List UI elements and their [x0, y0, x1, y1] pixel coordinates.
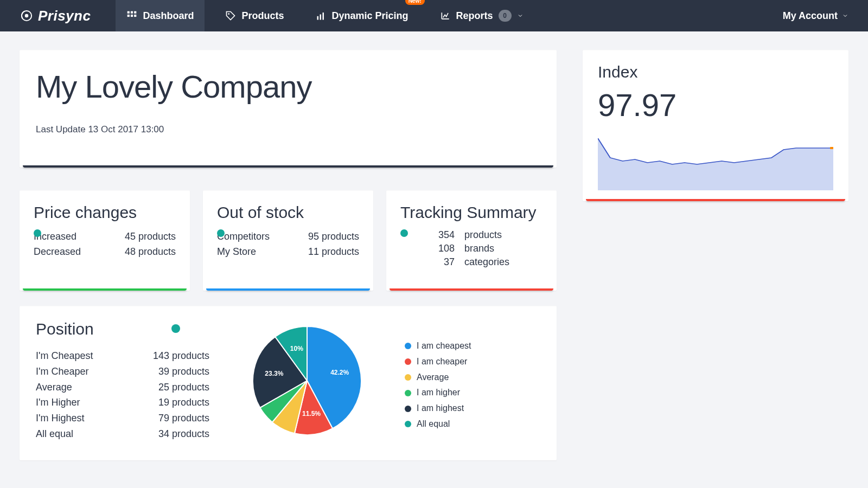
svg-point-8 — [228, 13, 230, 15]
chart-icon — [440, 10, 451, 21]
account-label: My Account — [783, 10, 838, 22]
row-label: I'm Cheaper — [36, 364, 88, 380]
status-dot-icon — [400, 229, 408, 237]
status-dot-icon — [34, 229, 41, 237]
nav-label: Reports — [456, 10, 493, 22]
legend-label: Average — [417, 370, 449, 386]
reports-count: 0 — [499, 10, 512, 22]
legend-label: I am highest — [417, 401, 464, 416]
svg-rect-6 — [131, 15, 133, 17]
row-value: 143 products — [153, 348, 209, 364]
brand-mark-icon — [20, 9, 34, 23]
legend-swatch — [405, 390, 411, 396]
row-value: 34 products — [158, 426, 209, 442]
position-pie-chart: 42.2%11.5%23.3%10% — [247, 321, 367, 440]
status-dot-icon — [171, 324, 180, 333]
row-value: 45 products — [125, 229, 176, 245]
chevron-down-icon — [842, 10, 848, 21]
row-label: categories — [464, 256, 542, 268]
index-card[interactable]: Index 97.97 — [583, 50, 848, 201]
row-value: 48 products — [125, 245, 176, 260]
card-underline — [206, 288, 370, 291]
card-title: Tracking Summary — [400, 203, 542, 222]
legend-swatch — [405, 374, 411, 381]
svg-rect-5 — [127, 15, 130, 17]
svg-rect-11 — [322, 12, 324, 20]
legend-label: All equal — [417, 416, 450, 432]
row-label: My Store — [217, 245, 256, 260]
page-title: My Lovely Company — [36, 68, 540, 105]
svg-rect-16 — [830, 147, 833, 149]
out-of-stock-card[interactable]: Out of stock Competitors95 products My S… — [203, 190, 373, 291]
row-label: Decreased — [34, 245, 81, 260]
legend-swatch — [405, 421, 411, 427]
card-underline — [390, 288, 553, 291]
nav-products[interactable]: Products — [214, 0, 295, 31]
index-sparkline — [598, 125, 833, 190]
grid-icon — [126, 10, 137, 21]
svg-rect-9 — [317, 16, 318, 20]
chevron-down-icon — [517, 10, 524, 21]
row-value: 25 products — [158, 380, 209, 395]
svg-rect-2 — [127, 11, 130, 14]
svg-text:10%: 10% — [290, 345, 303, 352]
card-title: Price changes — [34, 203, 176, 222]
row-value: 39 products — [158, 364, 209, 380]
last-update: Last Update 13 Oct 2017 13:00 — [36, 124, 540, 135]
row-number: 37 — [422, 256, 455, 268]
legend-label: I am cheapest — [417, 338, 471, 354]
row-label: I'm Cheapest — [36, 348, 93, 364]
legend-swatch — [405, 358, 411, 365]
position-card: Position I'm Cheapest143 products I'm Ch… — [20, 306, 557, 460]
row-value: 19 products — [158, 395, 209, 410]
brand-logo[interactable]: Prisync — [20, 8, 91, 24]
new-badge: New! — [405, 0, 425, 5]
brand-name: Prisync — [38, 8, 91, 24]
svg-rect-3 — [131, 11, 133, 14]
legend-label: I am higher — [417, 385, 460, 401]
row-number: 354 — [422, 229, 455, 241]
tracking-summary-card[interactable]: Tracking Summary 354products 108brands 3… — [386, 190, 557, 291]
price-changes-card[interactable]: Price changes Increased45 products Decre… — [20, 190, 190, 291]
pie-legend: I am cheapest I am cheaper Average I am … — [405, 320, 540, 442]
nav-reports[interactable]: Reports 0 — [429, 0, 534, 31]
nav-label: Dynamic Pricing — [332, 10, 409, 22]
svg-rect-10 — [320, 15, 321, 20]
index-value: 97.97 — [598, 87, 833, 123]
card-underline — [23, 288, 187, 291]
status-dot-icon — [217, 229, 225, 237]
svg-point-1 — [25, 14, 29, 18]
row-label: brands — [464, 243, 542, 254]
row-label: I'm Highest — [36, 410, 84, 426]
row-label: Average — [36, 380, 72, 395]
legend-label: I am cheaper — [417, 354, 467, 370]
card-title: Out of stock — [217, 203, 359, 222]
card-title: Position — [36, 320, 209, 338]
row-value: 95 products — [308, 229, 359, 245]
svg-text:11.5%: 11.5% — [302, 410, 321, 418]
nav-account[interactable]: My Account — [772, 0, 848, 31]
tag-icon — [225, 10, 236, 21]
nav-dashboard[interactable]: Dashboard — [116, 0, 205, 31]
svg-rect-4 — [135, 11, 137, 14]
svg-text:42.2%: 42.2% — [330, 369, 349, 376]
company-header-card: My Lovely Company Last Update 13 Oct 201… — [20, 50, 557, 168]
row-number: 108 — [422, 243, 455, 254]
bars-icon — [316, 10, 327, 21]
legend-swatch — [405, 406, 411, 412]
svg-text:23.3%: 23.3% — [265, 370, 283, 377]
card-title: Index — [598, 63, 833, 81]
nav-dynamic-pricing[interactable]: Dynamic Pricing New! — [305, 0, 419, 31]
nav-label: Dashboard — [143, 10, 194, 22]
svg-rect-7 — [135, 15, 137, 17]
row-label: I'm Higher — [36, 395, 80, 410]
legend-swatch — [405, 343, 411, 349]
nav-label: Products — [241, 10, 284, 22]
row-label: Competitors — [217, 229, 270, 245]
row-value: 11 products — [308, 245, 359, 260]
top-nav: Prisync Dashboard Products Dynamic Prici… — [0, 0, 868, 31]
row-label: All equal — [36, 426, 73, 442]
row-value: 79 products — [158, 410, 209, 426]
row-label: products — [464, 229, 542, 241]
